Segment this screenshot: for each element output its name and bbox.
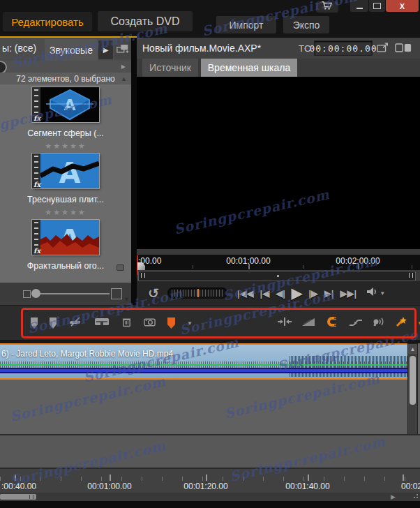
scroll-right-icon[interactable]: ▶	[391, 493, 396, 500]
audio-scrub-icon[interactable]	[373, 317, 385, 329]
maximize-button[interactable]	[369, 0, 385, 12]
player-header: Новый фильм.Movie.AXP* TC 00:00:00.00	[137, 38, 420, 59]
scroll-up-icon[interactable]: ▲	[408, 344, 417, 354]
library-count-bar: 72 элементов, 0 выбрано ▲	[0, 73, 131, 84]
filmstrip-holes	[34, 222, 38, 246]
step-forward-button[interactable]: |▶	[308, 288, 318, 299]
filmstrip-edge: fx	[32, 154, 40, 188]
timeline-ruler[interactable]: :00:40.00 00:01:00.00 00:01:20.00 00:01:…	[0, 469, 420, 493]
minimize-button[interactable]	[350, 0, 368, 12]
library-tab-audio[interactable]: Звуковые	[45, 39, 98, 61]
timecode-field[interactable]: 00:00:00.00	[314, 40, 373, 56]
rating-stars[interactable]: ★★★★★	[45, 208, 86, 217]
chevron-down-icon: ▼	[380, 290, 385, 297]
tab-timeline-view[interactable]: Временная шкала	[201, 59, 297, 77]
popout-icon[interactable]	[377, 43, 389, 55]
fractal-fire-preview: A	[40, 220, 99, 255]
volume-line-blue[interactable]	[0, 368, 407, 373]
panel-divider[interactable]	[131, 38, 137, 305]
rating-stars[interactable]: ★★★★★	[45, 142, 86, 151]
zoom-slider-thumb[interactable]	[31, 289, 40, 298]
ruler-label: :00:40.00	[1, 481, 36, 491]
transition-thumbnail[interactable]: fx A	[32, 154, 99, 188]
go-to-end-button[interactable]: ▶▶|	[340, 288, 357, 299]
close-button[interactable]: X	[386, 0, 419, 12]
player-tabs: Источник Временная шкала	[137, 59, 420, 77]
marker-dropdown-icon[interactable]: ▼	[187, 320, 193, 327]
step-back-button[interactable]: ◀|	[276, 288, 285, 299]
tab-create-dvd[interactable]: Создать DVD	[98, 11, 193, 31]
scrub-left-grip[interactable]	[141, 273, 145, 278]
transition-thumbnail[interactable]: fx A	[32, 220, 99, 255]
titlebar: Редактировать Создать DVD Импорт Экспо X	[0, 0, 420, 36]
maximize-icon	[373, 3, 381, 9]
library-filter-label: ы: (все)	[2, 43, 36, 54]
previous-button[interactable]: |◀	[260, 288, 270, 299]
empty-track[interactable]	[0, 435, 420, 468]
trim-editor-icon[interactable]	[94, 317, 110, 329]
snapshot-camera-icon[interactable]	[144, 317, 156, 329]
magnet-snap-icon[interactable]	[325, 316, 339, 330]
cracked-tile-preview: A	[40, 154, 99, 188]
next-button[interactable]: ▶|	[324, 288, 334, 299]
transition-thumbnail[interactable]: fx A	[32, 87, 99, 122]
scroll-up-icon[interactable]: ▲	[121, 75, 127, 82]
scrub-right-grip[interactable]	[409, 273, 413, 278]
ruler-tick	[303, 265, 303, 269]
jog-shuttle[interactable]	[167, 287, 227, 299]
transition-name: Треснувшая плит...	[27, 195, 104, 204]
zoom-slider-track[interactable]	[31, 293, 110, 294]
volume-keyframe-icon[interactable]	[349, 317, 363, 329]
scrollbar-thumb[interactable]	[410, 356, 416, 405]
transport-bar: ↻ |◀◀ |◀ ◀| ▶ |▶ ▶| ▶▶| ▼	[137, 281, 420, 305]
list-item[interactable]: fx A Фрактальный ого...	[27, 220, 104, 271]
loop-button[interactable]: ↻	[148, 285, 159, 301]
transition-name: Фрактальный ого...	[27, 261, 104, 271]
scroll-down-icon[interactable]: ▼	[123, 296, 130, 303]
list-item[interactable]: fx A Сегмент сферы (... ★★★★★	[27, 87, 104, 151]
store-cart-button[interactable]	[316, 1, 338, 13]
zoom-in-icon[interactable]	[111, 288, 122, 299]
add-collection-button[interactable]	[114, 40, 131, 59]
player-ruler[interactable]: :00.00 00:01:00.00 00:02:00.00	[137, 255, 420, 270]
tab-edit[interactable]: Редактировать	[3, 12, 92, 31]
fit-timeline-icon[interactable]	[278, 317, 292, 329]
video-clip[interactable]: 6) - Jared Leto, Margot Robbie Movie HD.…	[0, 343, 407, 380]
filmstrip-edge: fx	[32, 87, 40, 122]
effects-wand-icon[interactable]	[395, 316, 407, 330]
tab-export[interactable]: Экспо	[283, 16, 329, 33]
ruler-tick	[193, 265, 193, 269]
scroll-right-icon[interactable]: ▶	[121, 64, 126, 70]
clip-name: 6) - Jared Leto, Margot Robbie Movie HD.…	[1, 349, 173, 359]
marker-icon[interactable]	[167, 318, 175, 329]
play-button[interactable]: ▶	[292, 285, 302, 301]
keyframe-line-green[interactable]	[0, 364, 407, 366]
ruler-label: 00:02	[401, 481, 420, 491]
minimize-icon	[357, 8, 363, 9]
scroll-indicator[interactable]	[117, 264, 124, 271]
library-panel: ы: (все) Звуковые ▶ ▶ 72 элементов, 0 вы…	[0, 38, 131, 305]
dual-display-icon[interactable]	[395, 43, 412, 55]
transport-buttons: |◀◀ |◀ ◀| ▶ |▶ ▶| ▶▶|	[237, 285, 357, 301]
volume-button[interactable]: ▼	[366, 287, 385, 299]
scrubber-bar[interactable]	[138, 271, 416, 281]
scrollbar-thumb[interactable]	[0, 494, 36, 500]
timeline-bottom-bar	[0, 501, 420, 508]
resize-grip-icon[interactable]	[412, 494, 418, 500]
timeline-horizontal-scrollbar[interactable]: ▶	[0, 493, 420, 501]
ruler-major-tick	[308, 475, 309, 481]
go-to-start-button[interactable]: |◀◀	[237, 288, 254, 299]
jog-center-mark	[197, 289, 199, 297]
fx-badge: fx	[33, 114, 40, 122]
list-item[interactable]: fx A Треснувшая плит... ★★★★★	[27, 154, 104, 217]
audio-ducking-icon[interactable]	[301, 317, 315, 329]
razor-split-icon[interactable]	[68, 316, 82, 330]
trash-icon[interactable]	[121, 316, 132, 330]
effects-dropdown-icon[interactable]: ▼	[417, 320, 420, 327]
tab-import[interactable]: Импорт	[216, 16, 276, 33]
mark-in-icon[interactable]	[31, 318, 38, 329]
tab-source[interactable]: Источник	[142, 59, 198, 77]
zoom-out-icon[interactable]	[23, 290, 31, 298]
library-play-button[interactable]: ▶	[98, 40, 113, 59]
mark-out-icon[interactable]	[50, 318, 57, 329]
